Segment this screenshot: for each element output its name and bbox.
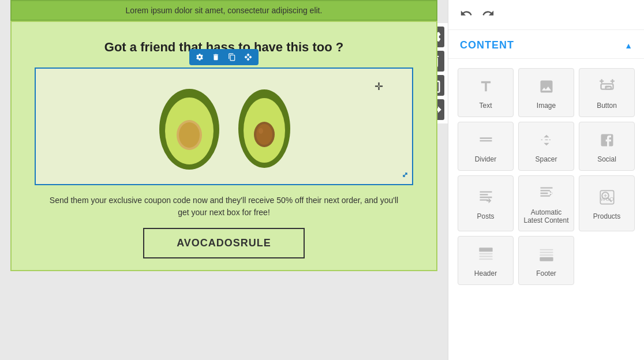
toolbar-move-icon[interactable] [242, 51, 254, 63]
button-item-label: Button [597, 102, 617, 110]
content-item-header[interactable]: Header [458, 236, 514, 285]
content-grid: Text Image Button Divider [448, 59, 644, 294]
redo-button[interactable] [482, 7, 495, 22]
content-item-spacer[interactable]: Spacer [518, 122, 574, 171]
content-item-posts[interactable]: Posts [458, 175, 514, 231]
toolbar-copy-icon[interactable] [226, 51, 238, 63]
button-icon [599, 78, 615, 97]
content-item-divider[interactable]: Divider [458, 122, 514, 171]
content-item-button[interactable]: Button [579, 68, 635, 117]
posts-icon [478, 189, 494, 208]
banner-text: Lorem ipsum dolor sit amet, consectetur … [126, 6, 323, 15]
svg-rect-18 [540, 254, 553, 256]
collapse-arrow-icon[interactable]: ▲ [624, 41, 632, 50]
alc-item-label: Automatic Latest Content [523, 208, 569, 225]
content-item-social[interactable]: Social [579, 122, 635, 171]
social-item-label: Social [597, 155, 616, 163]
svg-point-8 [259, 128, 263, 134]
svg-rect-13 [479, 253, 492, 254]
posts-item-label: Posts [477, 212, 494, 220]
content-item-alc[interactable]: Automatic Latest Content [518, 175, 574, 231]
email-banner: Lorem ipsum dolor sit amet, consectetur … [10, 0, 437, 21]
panel-top-bar [448, 0, 644, 30]
canvas-area: Lorem ipsum dolor sit amet, consectetur … [0, 0, 448, 360]
svg-rect-17 [540, 252, 553, 253]
toolbar-gear-icon[interactable] [194, 51, 205, 63]
content-item-image[interactable]: Image [518, 68, 574, 117]
header-item-label: Header [474, 269, 497, 278]
text-icon [478, 78, 494, 97]
products-item-label: Products [593, 212, 620, 220]
content-panel-title: CONTENT [460, 39, 514, 51]
image-block-wrapper: ✛ [35, 68, 413, 185]
divider-icon [478, 132, 494, 151]
alc-icon [538, 185, 555, 204]
email-block: Got a friend that hass to have this too … [10, 21, 437, 271]
svg-rect-19 [540, 257, 553, 261]
image-item-label: Image [537, 102, 556, 110]
avocado-right [235, 81, 293, 171]
svg-rect-15 [479, 258, 492, 260]
spacer-icon [538, 132, 555, 151]
image-block[interactable]: ✛ [35, 68, 413, 185]
crosshair-icon: ✛ [375, 80, 383, 93]
coupon-code-button[interactable]: AVOCADOSRULE [143, 228, 305, 258]
image-block-toolbar [189, 49, 259, 65]
text-item-label: Text [479, 102, 492, 110]
svg-rect-16 [540, 249, 553, 250]
svg-rect-14 [479, 256, 492, 257]
header-icon [478, 246, 494, 265]
divider-item-label: Divider [475, 155, 496, 163]
products-icon: WOO [599, 189, 615, 208]
svg-rect-12 [479, 247, 492, 252]
content-item-text[interactable]: Text [458, 68, 514, 117]
resize-handle[interactable] [400, 170, 410, 182]
content-item-footer[interactable]: Footer [518, 236, 574, 285]
right-panel: CONTENT ▲ Text Image Button [448, 0, 644, 360]
footer-item-label: Footer [536, 269, 556, 278]
spacer-item-label: Spacer [535, 155, 557, 163]
undo-button[interactable] [460, 7, 473, 22]
avocado-illustration [143, 69, 305, 184]
footer-icon [538, 246, 555, 265]
toolbar-trash-icon[interactable] [210, 51, 222, 63]
svg-point-7 [256, 124, 272, 145]
social-icon [599, 132, 615, 151]
content-item-products[interactable]: WOO Products [579, 175, 635, 231]
email-body-text: Send them your exclusive coupon code now… [35, 185, 413, 228]
image-icon [538, 78, 555, 97]
content-header: CONTENT ▲ [448, 30, 644, 59]
email-wrapper: Lorem ipsum dolor sit amet, consectetur … [10, 0, 437, 271]
avocado-left [155, 80, 224, 172]
svg-point-3 [179, 122, 200, 148]
svg-text:WOO: WOO [600, 196, 613, 202]
